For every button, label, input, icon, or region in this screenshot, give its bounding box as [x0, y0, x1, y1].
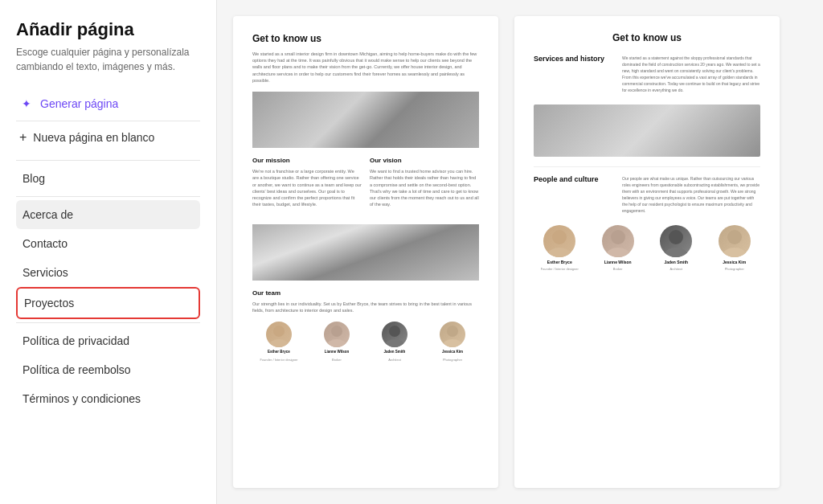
sparkle-icon: ✦ — [19, 96, 34, 111]
member-name-3: Jaden Smith — [384, 350, 406, 354]
preview-right-image-1 — [534, 104, 760, 157]
vision-title: Our vision — [370, 156, 479, 165]
member-name-1: Esther Bryce — [268, 350, 290, 354]
svg-point-4 — [389, 326, 400, 337]
plus-icon: + — [19, 131, 27, 144]
divider-4 — [16, 322, 200, 323]
sidebar-item-privacidad[interactable]: Política de privacidad — [16, 326, 200, 355]
sidebar-item-acerca[interactable]: Acerca de — [16, 200, 200, 229]
member-role-2: Broker — [332, 358, 342, 363]
team-member-1: Esther Bryce Founder / Interior designer — [252, 322, 305, 362]
rp-team-member-1: Esther Bryce Founder / Interior designer — [534, 225, 586, 271]
vision-text: We want to find a trusted home advisor y… — [370, 168, 479, 208]
rp-member-role-3: Architect — [669, 267, 682, 271]
sidebar-item-reembolso[interactable]: Política de reembolso — [16, 355, 200, 384]
page-subtitle: Escoge cualquier página y personalízala … — [16, 45, 200, 74]
rp-people-text: Our people are what make us unique. Rath… — [622, 175, 760, 214]
rp-member-name-2: Lianne Wilson — [604, 260, 632, 264]
member-name-2: Lianne Wilson — [325, 350, 349, 354]
divider-3 — [16, 196, 200, 197]
svg-point-10 — [611, 230, 625, 244]
svg-point-15 — [723, 248, 747, 257]
rp-member-name-1: Esther Bryce — [547, 260, 572, 264]
rp-team-member-3: Jaden Smith Architect — [650, 225, 702, 271]
preview-right-inner: Get to know us Services and history We s… — [514, 16, 780, 287]
svg-point-9 — [547, 248, 571, 257]
rp-avatar-esther — [543, 225, 575, 257]
svg-point-0 — [273, 326, 285, 337]
rp-people-title: People and culture — [534, 175, 614, 185]
mission-text: We're not a franchise or a large corpora… — [252, 168, 362, 208]
rp-avatar-jessica — [719, 225, 751, 257]
avatar-jaden — [382, 322, 407, 347]
rp-services-title: Services and history — [534, 55, 614, 64]
svg-point-13 — [664, 248, 688, 257]
preview-left-inner: Get to know us We started as a small int… — [233, 16, 498, 378]
svg-point-8 — [552, 230, 567, 244]
preview-left-image-1 — [252, 92, 479, 148]
new-blank-page-button[interactable]: + Nueva página en blanco — [16, 125, 200, 150]
rp-member-name-4: Jessica Kim — [723, 260, 746, 264]
rp-team-member-4: Jessica Kim Photographer — [709, 225, 761, 271]
main-content: Get to know us We started as a small int… — [217, 0, 823, 504]
preview-left-image-2 — [252, 224, 479, 281]
team-member-4: Jessica Kim Photographer — [426, 322, 479, 362]
rp-services-text: We started as a statement against the sl… — [622, 55, 760, 93]
svg-point-7 — [443, 339, 462, 347]
sidebar-item-blog[interactable]: Blog — [16, 164, 200, 193]
generate-page-label: Generar página — [40, 97, 118, 110]
generate-page-button[interactable]: ✦ Generar página — [16, 90, 200, 117]
avatar-jessica — [440, 322, 465, 347]
team-member-2: Lianne Wilson Broker — [310, 322, 363, 362]
new-blank-label: Nueva página en blanco — [33, 131, 154, 144]
preview-card-left[interactable]: Get to know us We started as a small int… — [233, 16, 498, 488]
rp-member-role-1: Founder / Interior designer — [541, 267, 579, 271]
sidebar-item-proyectos[interactable]: Proyectos — [16, 287, 200, 319]
preview-left-mission: Our mission We're not a franchise or a l… — [252, 156, 362, 216]
svg-point-14 — [727, 230, 742, 244]
team-row: Esther Bryce Founder / Interior designer… — [252, 322, 479, 362]
member-role-4: Photographer — [443, 358, 462, 363]
rp-divider-1 — [534, 166, 760, 167]
page-title: Añadir página — [16, 19, 200, 40]
avatar-lianne — [324, 322, 350, 347]
svg-point-6 — [447, 326, 458, 337]
svg-point-5 — [385, 339, 404, 347]
team-text: Our strength lies in our individuality. … — [252, 301, 479, 314]
team-heading: Our team — [252, 289, 479, 297]
preview-card-right[interactable]: Get to know us Services and history We s… — [514, 16, 780, 488]
preview-left-body: We started as a small interior design fi… — [252, 51, 479, 84]
rp-member-role-2: Broker — [613, 267, 623, 271]
team-member-3: Jaden Smith Architect — [368, 322, 421, 362]
divider-2 — [16, 160, 200, 161]
svg-point-11 — [606, 248, 630, 257]
rp-team-member-2: Lianne Wilson Broker — [592, 225, 645, 271]
rp-member-name-3: Jaden Smith — [664, 260, 688, 264]
preview-left-mission-vision: Our mission We're not a franchise or a l… — [252, 156, 479, 216]
rp-avatar-jaden — [660, 225, 692, 257]
preview-left-vision: Our vision We want to find a trusted hom… — [370, 156, 479, 216]
rp-member-role-4: Photographer — [725, 267, 744, 271]
member-name-4: Jessica Kim — [442, 350, 463, 354]
sidebar-item-terminos[interactable]: Términos y condiciones — [16, 384, 200, 413]
svg-point-12 — [669, 230, 683, 244]
preview-right-heading: Get to know us — [534, 32, 760, 43]
divider-1 — [16, 121, 200, 121]
mission-title: Our mission — [252, 156, 362, 165]
sidebar-item-contacto[interactable]: Contacto — [16, 229, 200, 258]
rp-section-people: People and culture Our people are what m… — [534, 175, 760, 214]
rp-avatar-lianne — [602, 225, 634, 257]
rp-section-services: Services and history We started as a sta… — [534, 55, 760, 93]
svg-point-2 — [331, 326, 342, 337]
avatar-esther — [266, 322, 292, 347]
preview-left-heading: Get to know us — [252, 32, 479, 46]
sidebar: Añadir página Escoge cualquier página y … — [0, 0, 217, 504]
svg-point-1 — [269, 339, 289, 347]
member-role-1: Founder / Interior designer — [260, 358, 297, 363]
rp-team-row: Esther Bryce Founder / Interior designer… — [534, 225, 760, 271]
svg-point-3 — [327, 339, 346, 347]
sidebar-item-servicios[interactable]: Servicios — [16, 258, 200, 287]
member-role-3: Architect — [388, 358, 401, 363]
